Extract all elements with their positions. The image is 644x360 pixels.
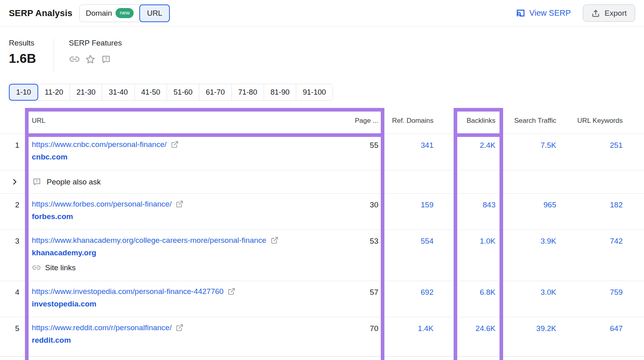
table-header-row: URL Page ... Ref. Domains Backlinks Sear… [0,108,644,134]
column-header-url[interactable]: URL [25,117,310,125]
url-keywords-value[interactable]: 647 [556,317,623,356]
table-row: 4 https://www.investopedia.com/personal-… [0,281,644,317]
pagination-31-40[interactable]: 31-40 [102,84,134,101]
page-value: 55 [310,134,384,170]
backlinks-value[interactable]: 24.6K [433,317,503,356]
table-row: 2 https://www.forbes.com/personal-financ… [0,193,644,230]
rank-number: 1 [0,134,25,170]
column-header-url-keywords[interactable]: URL Keywords [556,117,623,125]
domain-toggle-button[interactable]: Domain new [80,5,140,22]
ref-domains-value[interactable]: 692 [384,281,433,317]
result-url-link[interactable]: https://www.khanacademy.org/college-care… [32,236,266,245]
serp-feature-row: ? People also ask [0,170,644,193]
result-domain-link[interactable]: investopedia.com [32,300,97,308]
external-link-icon[interactable] [175,200,184,208]
page-title: SERP Analysis [9,8,72,19]
pagination-41-50[interactable]: 41-50 [134,84,167,101]
domain-toggle-label: Domain [86,9,112,18]
sitelinks-icon [69,54,80,65]
backlinks-value[interactable]: 1.0K [433,230,503,281]
url-keywords-value[interactable]: 742 [556,230,623,281]
search-traffic-value[interactable]: 965 [503,194,556,230]
backlinks-value[interactable]: 2.4K [433,134,503,170]
column-header-backlinks[interactable]: Backlinks [433,117,503,125]
external-link-icon[interactable] [171,141,179,149]
result-domain-link[interactable]: reddit.com [32,336,71,345]
serp-feature-label: People also ask [47,178,101,186]
ref-domains-value[interactable]: 159 [384,194,433,230]
pagination: 1-10 11-20 21-30 31-40 41-50 51-60 61-70… [9,84,333,101]
result-url-link[interactable]: https://www.investopedia.com/personal-fi… [32,287,223,296]
header-actions: View SERP Export [516,4,635,22]
svg-text:?: ? [35,179,38,183]
pagination-91-100[interactable]: 91-100 [296,84,333,101]
serp-preview-icon [516,8,526,18]
ref-domains-value[interactable]: 554 [384,230,433,281]
page-value: 30 [310,194,384,230]
pagination-11-20[interactable]: 11-20 [38,84,70,101]
pagination-81-90[interactable]: 81-90 [264,84,296,101]
backlinks-value[interactable]: 843 [433,194,503,230]
rank-number: 5 [0,317,25,356]
view-serp-label: View SERP [529,8,571,18]
export-label: Export [605,9,627,18]
pagination-21-30[interactable]: 21-30 [70,84,102,101]
ref-domains-value[interactable]: 341 [384,134,433,170]
column-header-search-traffic[interactable]: Search Traffic [503,117,556,125]
table-row: 1 https://www.cnbc.com/personal-finance/… [0,134,644,170]
domain-url-toggle: Domain new URL [79,4,170,22]
result-domain-link[interactable]: forbes.com [32,212,73,221]
expand-chevron-icon[interactable] [0,178,25,186]
url-keywords-value[interactable]: 182 [556,194,623,230]
serp-features-icons: ? [69,54,122,65]
serp-features-label: SERP Features [69,39,122,48]
results-value: 1.6B [9,51,54,66]
url-toggle-button[interactable]: URL [139,4,170,22]
header-bar: SERP Analysis Domain new URL View SERP [0,0,644,27]
people-also-ask-icon: ? [32,177,42,187]
external-link-icon[interactable] [227,288,235,296]
results-block: Results 1.6B [9,39,54,84]
serp-feature-label: Site links [45,263,76,272]
url-keywords-value[interactable]: 251 [556,134,623,170]
pagination-61-70[interactable]: 61-70 [199,84,231,101]
search-traffic-value[interactable]: 7.5K [503,134,556,170]
page-value: 70 [310,317,384,356]
rank-number: 2 [0,194,25,230]
sitelinks-icon [32,263,41,272]
view-serp-link[interactable]: View SERP [516,8,571,18]
results-label: Results [9,39,54,48]
search-traffic-value[interactable]: 3.0K [503,281,556,317]
upload-icon [591,9,600,18]
serp-results-table: URL Page ... Ref. Domains Backlinks Sear… [0,108,644,357]
table-row: 5 https://www.reddit.com/r/personalfinan… [0,317,644,357]
column-header-ref-domains[interactable]: Ref. Domains [384,117,433,125]
result-url-link[interactable]: https://www.reddit.com/r/personalfinance… [32,323,171,332]
external-link-icon[interactable] [175,324,184,332]
pagination-71-80[interactable]: 71-80 [231,84,264,101]
search-traffic-value[interactable]: 3.9K [503,230,556,281]
result-domain-link[interactable]: khanacademy.org [32,248,96,257]
summary-section: Results 1.6B SERP Features ? [0,27,644,84]
search-traffic-value[interactable]: 39.2K [503,317,556,356]
page-value: 57 [310,281,384,317]
serp-analysis-page: SERP Analysis Domain new URL View SERP [0,0,644,360]
serp-features-block: SERP Features ? [69,39,122,84]
pagination-1-10[interactable]: 1-10 [9,84,38,101]
column-header-page[interactable]: Page ... [310,117,384,125]
star-icon [85,54,96,65]
export-button[interactable]: Export [583,4,635,22]
new-badge: new [116,8,134,18]
result-domain-link[interactable]: cnbc.com [32,153,68,161]
page-value: 53 [310,230,384,281]
summary-divider [54,39,54,72]
url-toggle-label: URL [147,9,162,18]
pagination-51-60[interactable]: 51-60 [167,84,199,101]
external-link-icon[interactable] [270,236,279,244]
result-url-link[interactable]: https://www.cnbc.com/personal-finance/ [32,140,167,149]
svg-text:?: ? [105,56,107,61]
ref-domains-value[interactable]: 1.4K [384,317,433,356]
result-url-link[interactable]: https://www.forbes.com/personal-finance/ [32,200,171,209]
url-keywords-value[interactable]: 759 [556,281,623,317]
backlinks-value[interactable]: 6.8K [433,281,503,317]
